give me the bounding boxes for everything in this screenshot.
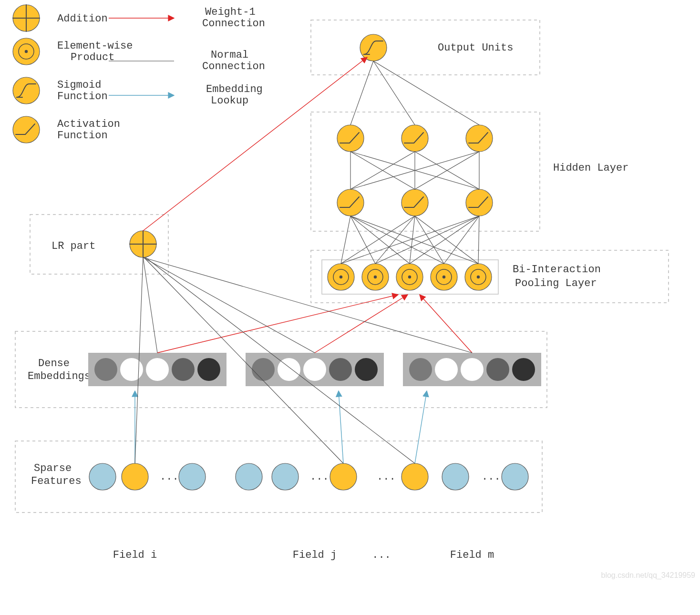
sparse-to-dense-connections <box>135 391 427 463</box>
lr-label: LR part <box>51 240 95 252</box>
sparse-m-1 <box>442 463 469 490</box>
legend-normal-l1: Normal <box>211 49 248 61</box>
legend-embedding-l2: Lookup <box>211 95 248 107</box>
sparse-i-1 <box>89 463 116 490</box>
svg-line-52 <box>143 257 472 353</box>
emb-group-1 <box>88 353 226 386</box>
legend-weight1-l1: Weight-1 <box>205 6 256 18</box>
sparse-i-active <box>122 463 148 490</box>
svg-line-36 <box>375 216 479 264</box>
bi-1 <box>328 264 354 290</box>
svg-line-40 <box>350 216 444 264</box>
output-label: Output Units <box>438 42 513 54</box>
bi-2 <box>362 264 389 290</box>
elementwise-icon <box>13 38 40 65</box>
bi-5 <box>465 264 492 290</box>
dots-3: ... <box>377 471 396 483</box>
legend-activation-l2: Function <box>57 130 108 142</box>
bi-to-hidden-connections <box>341 216 479 264</box>
output-units-box: Output Units <box>311 20 540 75</box>
svg-line-51 <box>143 257 315 353</box>
legend-weight1-l2: Connection <box>202 18 265 30</box>
sparse-m-active <box>401 463 428 490</box>
sparse-j-active <box>330 463 357 490</box>
legend: Addition Element-wise Product Sigmoid Fu… <box>13 5 265 143</box>
dense-label-l2: Embeddings <box>28 370 91 382</box>
svg-line-35 <box>375 216 415 264</box>
legend-addition: Addition <box>57 13 108 25</box>
emb-to-bi-connections <box>157 295 472 353</box>
lr-add-node <box>130 231 156 257</box>
legend-normal-l2: Connection <box>202 61 265 72</box>
watermark: blog.csdn.net/qq_34219959 <box>601 571 695 580</box>
svg-line-31 <box>341 216 350 264</box>
activation-icon <box>13 116 40 143</box>
hidden-b3 <box>466 189 493 216</box>
svg-line-50 <box>143 257 157 353</box>
sparse-j-1 <box>236 463 262 490</box>
legend-elementwise-l2: Product <box>71 51 114 63</box>
legend-embedding-l1: Embedding <box>206 83 263 95</box>
addition-icon <box>13 5 40 31</box>
svg-line-27 <box>373 61 479 125</box>
svg-line-49 <box>420 295 472 353</box>
dots-2: ... <box>310 471 329 483</box>
svg-line-45 <box>478 216 479 264</box>
field-m-label: Field m <box>450 549 494 561</box>
bi-label-l2: Pooling Layer <box>515 277 597 289</box>
legend-elementwise-l1: Element-wise <box>57 40 133 52</box>
emb-group-3 <box>403 353 541 386</box>
bi-4 <box>431 264 457 290</box>
svg-line-55 <box>339 391 343 463</box>
bi-label-l1: Bi-Interaction <box>513 264 601 276</box>
legend-sigmoid-l1: Sigmoid <box>57 79 101 91</box>
sparse-j-2 <box>272 463 299 490</box>
svg-line-37 <box>350 216 410 264</box>
hidden-t2 <box>401 125 428 152</box>
svg-line-47 <box>157 295 398 353</box>
field-j-label: Field j <box>293 549 337 561</box>
legend-activation-l1: Activation <box>57 118 120 130</box>
dots-4: ... <box>482 471 501 483</box>
hidden-to-output-connections <box>350 61 479 125</box>
svg-line-26 <box>373 61 415 125</box>
field-i-label: Field i <box>113 549 157 561</box>
bi-3 <box>396 264 423 290</box>
hidden-b2 <box>401 189 428 216</box>
svg-line-34 <box>350 216 375 264</box>
hidden-t1 <box>337 125 364 152</box>
svg-line-42 <box>444 216 479 264</box>
emb-group-2 <box>246 353 384 386</box>
emb-to-lr-connections <box>143 257 472 353</box>
sparse-label-l2: Features <box>31 475 82 487</box>
sparse-m-2 <box>502 463 528 490</box>
hidden-t3 <box>466 125 493 152</box>
svg-line-56 <box>415 391 427 463</box>
svg-line-32 <box>341 216 415 264</box>
dots-1: ... <box>160 471 179 483</box>
hidden-label: Hidden Layer <box>553 162 628 174</box>
hidden-b1 <box>337 189 364 216</box>
sparse-label-l1: Sparse <box>34 462 72 474</box>
sigmoid-icon <box>13 77 40 104</box>
sparse-i-3 <box>179 463 206 490</box>
dense-label-l1: Dense <box>38 358 70 369</box>
svg-line-25 <box>350 61 373 125</box>
hidden-internal-connections <box>350 152 479 189</box>
dots-fields: ... <box>372 549 391 561</box>
output-node <box>360 34 387 61</box>
legend-sigmoid-l2: Function <box>57 91 108 102</box>
